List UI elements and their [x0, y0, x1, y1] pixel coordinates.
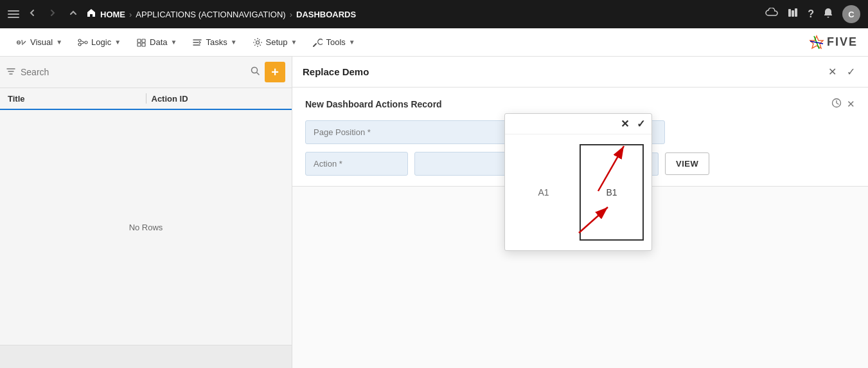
add-button[interactable]: +: [265, 62, 285, 82]
menu-tasks-label: Tasks: [206, 37, 227, 47]
breadcrumb-dashboards[interactable]: DASHBOARDS: [296, 10, 356, 19]
replace-demo-title: Replace Demo: [303, 66, 820, 77]
form-area: New Dashboard Actions Record ✕ ▼: [292, 87, 868, 187]
menu-tasks[interactable]: Tasks ▼: [186, 33, 243, 51]
svg-rect-2: [795, 8, 797, 17]
main-content: + Title Action ID No Rows Replace Demo ✕…: [0, 57, 868, 368]
visual-caret: ▼: [56, 39, 62, 46]
action-label-input[interactable]: [305, 152, 408, 176]
forward-button[interactable]: [45, 5, 60, 23]
cell-a1[interactable]: A1: [513, 144, 574, 241]
breadcrumb-applications[interactable]: APPLICATIONS (ACTIONNAVIGATION): [136, 10, 285, 19]
action-row: ▼ ✕ ✓ A1 B1: [305, 152, 832, 176]
five-logo-text: FIVE: [827, 35, 858, 49]
menu-bar: Visual ▼ Logic ▼ Data ▼ Tasks ▼ Setup ▼ …: [0, 28, 868, 57]
svg-rect-0: [788, 9, 791, 17]
menu-setup-label: Setup: [266, 37, 288, 47]
search-bar: +: [0, 57, 292, 88]
search-input[interactable]: [21, 67, 245, 77]
col-action-header: Action ID: [152, 94, 285, 104]
svg-rect-7: [137, 39, 141, 42]
form-header: New Dashboard Actions Record ✕: [305, 98, 855, 110]
breadcrumb-sep1: ›: [129, 10, 132, 19]
svg-point-5: [78, 43, 81, 46]
menu-visual-label: Visual: [30, 37, 53, 47]
menu-data[interactable]: Data ▼: [130, 33, 183, 51]
svg-rect-1: [792, 10, 794, 17]
breadcrumb: HOME › APPLICATIONS (ACTIONNAVIGATION) ›…: [86, 8, 760, 21]
popup-toolbar: ✕ ✓: [505, 114, 651, 134]
up-button[interactable]: [66, 5, 81, 23]
help-icon[interactable]: ?: [808, 8, 814, 20]
menu-visual[interactable]: Visual ▼: [10, 33, 69, 51]
menu-tools[interactable]: Tools ▼: [306, 33, 361, 51]
five-logo: FIVE: [809, 35, 858, 50]
form-close-button[interactable]: ✕: [847, 98, 855, 110]
svg-point-11: [256, 41, 259, 44]
bell-icon[interactable]: [823, 8, 833, 21]
svg-rect-8: [142, 39, 145, 42]
filter-icon: [6, 66, 15, 78]
form-title: New Dashboard Actions Record: [305, 99, 826, 109]
col-title-header: Title: [8, 94, 141, 104]
setup-caret: ▼: [291, 39, 297, 46]
replace-demo-confirm-button[interactable]: ✓: [844, 63, 858, 80]
hamburger-menu[interactable]: [8, 10, 19, 18]
menu-setup[interactable]: Setup ▼: [246, 33, 304, 51]
form-clock-button[interactable]: [831, 98, 842, 110]
menu-logic[interactable]: Logic ▼: [71, 33, 127, 51]
breadcrumb-home[interactable]: HOME: [100, 10, 125, 19]
left-panel-footer: [0, 345, 292, 368]
home-icon[interactable]: [86, 8, 96, 21]
view-button[interactable]: VIEW: [665, 152, 709, 175]
logic-caret: ▼: [114, 39, 121, 46]
books-icon[interactable]: [787, 8, 799, 21]
avatar[interactable]: C: [842, 5, 860, 23]
data-caret: ▼: [171, 39, 177, 46]
replace-demo-header: Replace Demo ✕ ✓: [292, 57, 868, 87]
cell-b1[interactable]: B1: [580, 144, 644, 241]
breadcrumb-sep2: ›: [290, 10, 292, 19]
menu-tools-label: Tools: [326, 37, 345, 47]
cloud-icon[interactable]: [765, 8, 778, 21]
svg-point-15: [252, 68, 258, 73]
top-navbar: HOME › APPLICATIONS (ACTIONNAVIGATION) ›…: [0, 0, 868, 28]
left-panel: + Title Action ID No Rows: [0, 57, 292, 368]
top-right-icons: ? C: [765, 5, 860, 23]
popup-close-button[interactable]: ✕: [621, 118, 629, 130]
search-icon[interactable]: [251, 66, 260, 78]
page-position-popup: ✕ ✓ A1 B1: [504, 113, 652, 251]
no-rows-message: No Rows: [0, 110, 292, 345]
popup-confirm-button[interactable]: ✓: [637, 118, 645, 130]
menu-data-label: Data: [150, 37, 167, 47]
action-dropdown: ▼ ✕ ✓ A1 B1: [414, 152, 659, 176]
menu-logic-label: Logic: [91, 37, 111, 47]
replace-demo-close-button[interactable]: ✕: [826, 63, 839, 80]
popup-content: A1 B1: [505, 134, 651, 250]
tools-caret: ▼: [349, 39, 355, 46]
tasks-caret: ▼: [231, 39, 237, 46]
table-header: Title Action ID: [0, 88, 292, 110]
svg-rect-10: [142, 43, 145, 46]
right-panel: Replace Demo ✕ ✓ New Dashboard Actions R…: [292, 57, 868, 368]
svg-point-4: [78, 39, 81, 42]
col-separator: [146, 93, 146, 104]
back-button[interactable]: [24, 5, 40, 23]
svg-point-6: [85, 41, 87, 44]
svg-rect-9: [137, 43, 141, 46]
